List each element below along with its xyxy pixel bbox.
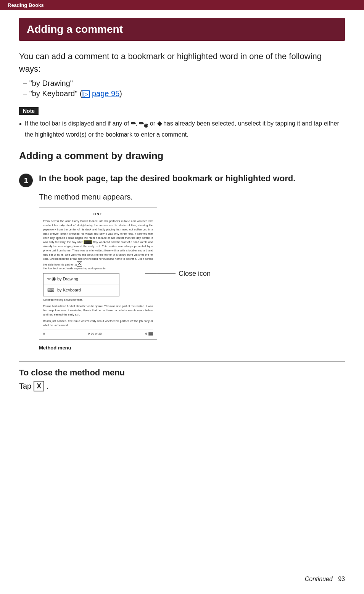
to-close-section: To close the method menu Tap X . bbox=[19, 361, 345, 391]
intro-list: – "by Drawing" – "by Keyboard" (▷ page 9… bbox=[23, 79, 345, 98]
book-footer-left: 8 bbox=[43, 332, 45, 336]
header-title: Reading Books bbox=[8, 2, 44, 8]
x-close-box[interactable]: X bbox=[34, 381, 44, 391]
page-footer: Continued 93 bbox=[305, 576, 345, 583]
keyboard-icon: ⌨ bbox=[47, 287, 54, 294]
top-header-bar: Reading Books bbox=[0, 0, 364, 10]
book-footer: 8 9-10 of 25 ⊖ ▓▓ bbox=[43, 330, 153, 336]
section-title: Adding a comment bbox=[27, 23, 123, 35]
to-close-text: Tap X . bbox=[19, 381, 345, 391]
book-page-text-2: No need waiting around for that. bbox=[43, 298, 153, 302]
step-1-container: 1 In the book page, tap the desired book… bbox=[19, 173, 345, 187]
drawing-section-title: Adding a comment by drawing bbox=[19, 150, 345, 165]
step-1-sub: The method menu appears. bbox=[39, 193, 345, 201]
method-keyboard-label: by Keyboard bbox=[57, 287, 81, 293]
callout-line bbox=[145, 274, 176, 274]
book-footer-icons: ⊖ ▓▓ bbox=[145, 332, 153, 336]
page-link[interactable]: page 95 bbox=[92, 89, 119, 98]
book-page-text-3: Ferras had rubbed his left shoulder as h… bbox=[43, 304, 153, 317]
intro-list-item-1: – "by Drawing" bbox=[23, 79, 345, 88]
note-label: Note bbox=[19, 107, 39, 115]
step-number: 1 bbox=[19, 174, 33, 187]
book-illustration: ONE From across the aisle Harry Bosch lo… bbox=[39, 208, 157, 340]
method-menu-drawing[interactable]: ✏◉ by Drawing bbox=[43, 274, 119, 285]
note-box: Note • If the tool bar is displayed and … bbox=[19, 107, 345, 139]
section-title-box: Adding a comment bbox=[19, 18, 345, 41]
to-close-text-pre: Tap bbox=[19, 382, 31, 391]
step-1-text: In the book page, tap the desired bookma… bbox=[39, 173, 295, 187]
to-close-title: To close the method menu bbox=[19, 368, 345, 378]
note-content: • If the tool bar is displayed and if an… bbox=[19, 119, 345, 139]
intro-text: You can add a comment to a bookmark or h… bbox=[19, 50, 345, 75]
note-bullet: • bbox=[19, 118, 22, 139]
close-icon-label-text: Close icon bbox=[179, 270, 211, 278]
book-page-text-4: Bosch just nodded. The issue wasn't real… bbox=[43, 319, 153, 328]
book-chapter: ONE bbox=[43, 212, 153, 216]
method-menu-keyboard[interactable]: ⌨ by Keyboard bbox=[43, 285, 119, 296]
method-drawing-label: by Drawing bbox=[57, 276, 78, 282]
method-menu-popup: ✏◉ by Drawing ⌨ by Keyboard bbox=[43, 273, 119, 296]
book-footer-center: 9-10 of 25 bbox=[88, 332, 102, 336]
continued-label: Continued bbox=[305, 576, 333, 582]
method-menu-label: Method menu bbox=[39, 345, 345, 351]
page-number: 93 bbox=[338, 576, 345, 582]
note-text: If the tool bar is displayed and if any … bbox=[25, 119, 345, 139]
book-page: ONE From across the aisle Harry Bosch lo… bbox=[39, 208, 157, 340]
intro-list-item-2: – "by Keyboard" (▷ page 95) bbox=[23, 89, 345, 98]
book-page-text-1: From across the aisle Harry Bosch looked… bbox=[43, 219, 153, 271]
drawing-icon: ✏◉ bbox=[47, 275, 54, 283]
to-close-period: . bbox=[47, 382, 49, 391]
close-icon-callout: Close icon bbox=[145, 270, 211, 278]
book-close-x[interactable]: ✕ bbox=[77, 261, 82, 267]
